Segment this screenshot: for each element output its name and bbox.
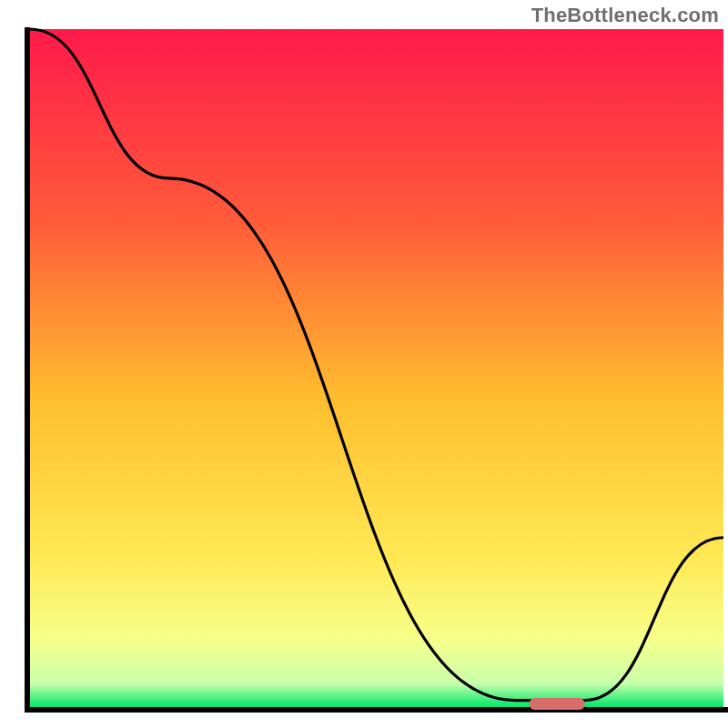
bottleneck-chart: [0, 0, 728, 728]
chart-container: TheBottleneck.com: [0, 0, 728, 728]
plot-background: [30, 29, 723, 707]
optimal-marker: [530, 698, 585, 710]
